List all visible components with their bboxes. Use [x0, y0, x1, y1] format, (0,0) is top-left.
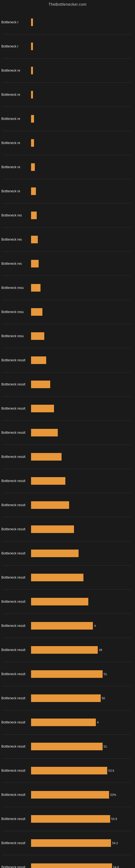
- bar: [31, 260, 39, 268]
- bar-value: 53%: [110, 793, 116, 796]
- bar-row: Bottleneck result: [1, 348, 132, 372]
- bar-label: Bottleneck result: [1, 865, 31, 868]
- bar-wrapper: 4: [31, 621, 132, 630]
- bar-wrapper: 54.8: [31, 863, 132, 868]
- bar-wrapper: [31, 42, 132, 51]
- bar: [31, 670, 103, 678]
- bar-value: 4: [94, 624, 96, 627]
- bar-wrapper: [31, 476, 132, 485]
- bar-label: Bottleneck result: [1, 455, 31, 459]
- bar: [31, 622, 93, 629]
- bar: [31, 598, 88, 606]
- bar-value: 54.8: [113, 866, 119, 868]
- bar-label: Bottleneck res: [1, 214, 31, 217]
- bar-row: Bottleneck re: [1, 107, 132, 131]
- bar-label: Bottleneck re: [1, 165, 31, 169]
- bar-label: Bottleneck result: [1, 358, 31, 362]
- bar-row: Bottleneck re: [1, 155, 132, 179]
- bar-label: Bottleneck re: [1, 117, 31, 121]
- bar-row: Bottleneck result: [1, 541, 132, 565]
- bar-wrapper: [31, 453, 132, 461]
- bar-value: 53.6: [108, 769, 114, 772]
- bar-wrapper: [31, 549, 132, 558]
- bar-row: Bottleneck result: [1, 372, 132, 396]
- bar: [31, 863, 112, 868]
- bar: [31, 405, 54, 412]
- bar-row: Bottleneck result54.8: [1, 855, 132, 868]
- bar: [31, 694, 101, 702]
- bar-label: Bottleneck result: [1, 745, 31, 748]
- bar-value: 4: [97, 721, 98, 724]
- bar-wrapper: 53.9: [31, 814, 132, 823]
- bar-value: 54.2: [112, 841, 118, 845]
- bar-row: Bottleneck res: [1, 227, 132, 251]
- bar-wrapper: [31, 163, 132, 172]
- bar: [31, 139, 34, 147]
- bar-label: Bottleneck r: [1, 20, 31, 24]
- bar-label: Bottleneck result: [1, 407, 31, 410]
- bar: [31, 212, 37, 219]
- bar: [31, 574, 83, 581]
- bar-wrapper: [31, 380, 132, 389]
- bar-row: Bottleneck re: [1, 179, 132, 203]
- bar-wrapper: 49: [31, 646, 132, 654]
- bar-row: Bottleneck result: [1, 421, 132, 444]
- bar-wrapper: [31, 501, 132, 509]
- bar-label: Bottleneck result: [1, 552, 31, 555]
- bar-row: Bottleneck result49: [1, 638, 132, 662]
- bar: [31, 839, 111, 847]
- bar-label: Bottleneck res: [1, 238, 31, 241]
- bar-wrapper: [31, 428, 132, 437]
- bar-row: Bottleneck result: [1, 397, 132, 421]
- bar-row: Bottleneck r: [1, 10, 132, 34]
- bar: [31, 550, 79, 557]
- bar-row: Bottleneck result4: [1, 710, 132, 734]
- bar: [31, 767, 107, 774]
- bar-value: 53.9: [111, 817, 117, 820]
- bar-label: Bottleneck result: [1, 600, 31, 603]
- bar: [31, 453, 61, 461]
- bar-label: Bottleneck result: [1, 648, 31, 652]
- bar-wrapper: 51.: [31, 742, 132, 751]
- bar-wrapper: [31, 308, 132, 316]
- bar: [31, 91, 33, 98]
- bar-wrapper: [31, 90, 132, 99]
- bar-row: Bottleneck result50: [1, 686, 132, 710]
- bar-wrapper: [31, 597, 132, 606]
- bar: [31, 284, 41, 291]
- bar: [31, 187, 36, 195]
- bar-label: Bottleneck result: [1, 431, 31, 435]
- bar-value: 50: [102, 696, 105, 700]
- bar-row: Bottleneck result: [1, 565, 132, 589]
- bar-wrapper: [31, 235, 132, 244]
- bar-wrapper: [31, 525, 132, 533]
- bar-wrapper: 53%: [31, 790, 132, 799]
- bar: [31, 477, 65, 485]
- bar-label: Bottleneck result: [1, 817, 31, 821]
- bar-wrapper: [31, 283, 132, 292]
- bar-label: Bottleneck result: [1, 576, 31, 579]
- bar: [31, 380, 50, 388]
- bar-wrapper: 51.: [31, 670, 132, 678]
- bar-label: Bottleneck result: [1, 503, 31, 507]
- bar-row: Bottleneck result: [1, 469, 132, 493]
- bar-label: Bottleneck re: [1, 93, 31, 97]
- bar: [31, 163, 35, 171]
- bar-row: Bottleneck re: [1, 83, 132, 106]
- bar: [31, 646, 98, 654]
- bar-value: 51.: [104, 745, 108, 748]
- bar-wrapper: [31, 356, 132, 365]
- bar-row: Bottleneck result: [1, 590, 132, 614]
- bar-label: Bottleneck resu: [1, 310, 31, 314]
- bar-row: Bottleneck result53.9: [1, 807, 132, 831]
- bar-row: Bottleneck result: [1, 517, 132, 541]
- bar: [31, 718, 96, 726]
- bar-wrapper: [31, 115, 132, 123]
- bar-row: Bottleneck result4: [1, 614, 132, 638]
- bar-row: Bottleneck result51.: [1, 662, 132, 686]
- bar-label: Bottleneck result: [1, 527, 31, 531]
- bar-label: Bottleneck resu: [1, 286, 31, 290]
- bar-label: Bottleneck result: [1, 720, 31, 724]
- bar-value: 51.: [104, 673, 108, 676]
- bar-row: Bottleneck resu: [1, 276, 132, 300]
